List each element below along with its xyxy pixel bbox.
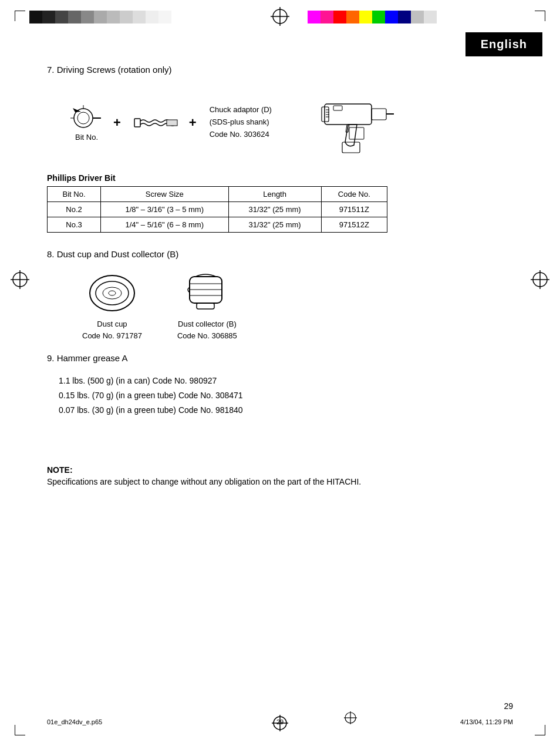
- svg-rect-35: [197, 303, 214, 309]
- svg-point-10: [77, 112, 89, 124]
- section-7-diagram: Bit No. + + Chuck adaptor (D)(SDS-plus s…: [70, 86, 513, 159]
- note-title: NOTE:: [47, 465, 513, 475]
- svg-point-29: [103, 287, 122, 299]
- table-cell: 31/32" (25 mm): [228, 202, 321, 217]
- plus-sign-2: +: [189, 115, 197, 130]
- chuck-icon-group: [131, 108, 178, 137]
- svg-rect-15: [167, 120, 177, 126]
- corner-mark-tl: [15, 11, 25, 21]
- table-cell: 971512Z: [321, 217, 387, 233]
- svg-rect-16: [325, 104, 372, 125]
- grease-line: 0.15 lbs. (70 g) (in a green tube) Code …: [59, 388, 513, 403]
- registration-mark-left: [11, 270, 29, 291]
- table-row: No.21/8" – 3/16" (3 – 5 mm)31/32" (25 mm…: [48, 202, 387, 217]
- corner-mark-tr: [535, 11, 545, 21]
- color-bar-left: [29, 11, 171, 23]
- registration-mark-bottom: [272, 715, 288, 733]
- dust-collector-icon: [184, 271, 231, 315]
- dust-collector-item: Dust collector (B) Code No. 306885: [177, 271, 237, 341]
- drill-svg: [301, 86, 395, 157]
- table-cell: 971511Z: [321, 202, 387, 217]
- registration-mark-top: [271, 7, 289, 28]
- col-header-screw-size: Screw Size: [101, 187, 229, 202]
- page-content: 7. Driving Screws (rotation only) Bit No…: [0, 0, 560, 522]
- grease-line: 0.07 lbs. (30 g) (in a green tube) Code …: [59, 403, 513, 418]
- plus-sign-1: +: [113, 115, 121, 130]
- footer-left: 01e_dh24dv_e.p65: [47, 718, 102, 725]
- color-bar-right: [308, 11, 437, 23]
- col-header-code-no: Code No.: [321, 187, 387, 202]
- svg-rect-21: [333, 106, 342, 110]
- svg-rect-18: [342, 142, 360, 153]
- section-7: 7. Driving Screws (rotation only) Bit No…: [47, 65, 513, 159]
- section-9-title: 9. Hammer grease A: [47, 353, 513, 363]
- note-text: Specifications are subject to change wit…: [47, 477, 513, 486]
- grease-text: 1.1 lbs. (500 g) (in a can) Code No. 980…: [59, 374, 513, 418]
- note-section: NOTE: Specifications are subject to chan…: [47, 465, 513, 486]
- svg-point-27: [90, 275, 134, 311]
- bit-icon-group: Bit No.: [70, 103, 103, 142]
- table-cell: No.3: [48, 217, 101, 233]
- chuck-label: Chuck adaptor (D)(SDS-plus shank)Code No…: [210, 104, 272, 140]
- section-7-title: 7. Driving Screws (rotation only): [47, 65, 513, 75]
- dust-cup-item: Dust cup Code No. 971787: [82, 271, 142, 341]
- svg-rect-14: [134, 119, 140, 127]
- page-number: 29: [504, 701, 513, 711]
- corner-mark-bl: [15, 725, 25, 735]
- grease-line: 1.1 lbs. (500 g) (in a can) Code No. 980…: [59, 374, 513, 388]
- chuck-icon: [131, 108, 178, 137]
- svg-point-30: [109, 291, 116, 295]
- table-row: No.31/4" – 5/16" (6 – 8 mm)31/32" (25 mm…: [48, 217, 387, 233]
- section-8: 8. Dust cup and Dust collector (B) Dust …: [47, 249, 513, 341]
- table-title: Phillips Driver Bit: [47, 173, 513, 183]
- dust-collector-label: Dust collector (B) Code No. 306885: [177, 318, 237, 341]
- col-header-bit-no: Bit No.: [48, 187, 101, 202]
- bit-icon: [70, 103, 103, 133]
- corner-mark-br: [535, 725, 545, 735]
- col-header-length: Length: [228, 187, 321, 202]
- table-cell: 1/4" – 5/16" (6 – 8 mm): [101, 217, 229, 233]
- section-8-title: 8. Dust cup and Dust collector (B): [47, 249, 513, 259]
- registration-mark-right: [531, 270, 549, 291]
- table-cell: 1/8" – 3/16" (3 – 5 mm): [101, 202, 229, 217]
- dust-diagrams: Dust cup Code No. 971787: [82, 271, 513, 341]
- table-cell: 31/32" (25 mm): [228, 217, 321, 233]
- dust-cup-label: Dust cup Code No. 971787: [82, 318, 142, 341]
- english-label: English: [467, 33, 541, 55]
- english-header-box: English: [465, 32, 542, 56]
- footer-registration: [344, 711, 357, 725]
- table-header-row: Bit No. Screw Size Length Code No.: [48, 187, 387, 202]
- drill-illustration: [301, 86, 395, 159]
- svg-point-28: [96, 281, 129, 305]
- table-cell: No.2: [48, 202, 101, 217]
- phillips-table: Bit No. Screw Size Length Code No. No.21…: [47, 186, 387, 233]
- section-9: 9. Hammer grease A 1.1 lbs. (500 g) (in …: [47, 353, 513, 418]
- footer-right: 4/13/04, 11:29 PM: [460, 718, 513, 725]
- bit-label: Bit No.: [75, 133, 98, 142]
- dust-cup-icon: [86, 271, 139, 315]
- svg-rect-19: [372, 109, 386, 120]
- phillips-table-section: Phillips Driver Bit Bit No. Screw Size L…: [47, 173, 513, 233]
